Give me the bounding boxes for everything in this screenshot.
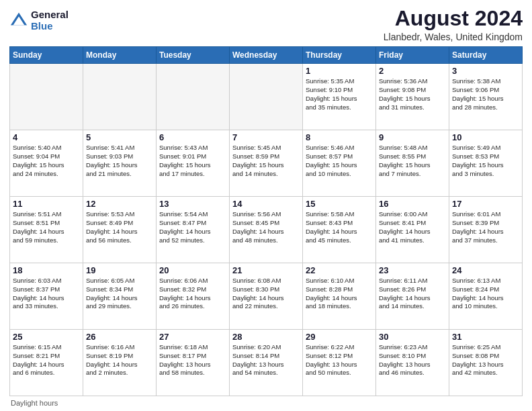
col-monday: Monday: [83, 47, 157, 64]
day-number: 6: [159, 132, 226, 142]
header: General Blue August 2024 Llanbedr, Wales…: [9, 7, 523, 42]
calendar-cell: 28Sunrise: 6:20 AM Sunset: 8:14 PM Dayli…: [230, 330, 303, 396]
day-number: 23: [379, 265, 446, 275]
calendar-cell: 12Sunrise: 5:53 AM Sunset: 8:49 PM Dayli…: [83, 197, 157, 263]
day-info: Sunrise: 6:16 AM Sunset: 8:19 PM Dayligh…: [86, 343, 153, 377]
calendar-cell: 2Sunrise: 5:36 AM Sunset: 9:08 PM Daylig…: [376, 64, 449, 130]
col-saturday: Saturday: [449, 47, 523, 64]
main-title: August 2024: [384, 7, 523, 30]
calendar-cell: 1Sunrise: 5:35 AM Sunset: 9:10 PM Daylig…: [303, 64, 376, 130]
day-info: Sunrise: 5:43 AM Sunset: 9:01 PM Dayligh…: [159, 144, 226, 178]
col-friday: Friday: [376, 47, 449, 64]
calendar-cell: 9Sunrise: 5:48 AM Sunset: 8:55 PM Daylig…: [376, 130, 449, 197]
day-info: Sunrise: 5:36 AM Sunset: 9:08 PM Dayligh…: [379, 77, 446, 111]
day-info: Sunrise: 6:00 AM Sunset: 8:41 PM Dayligh…: [379, 210, 446, 244]
day-info: Sunrise: 6:15 AM Sunset: 8:21 PM Dayligh…: [13, 343, 80, 377]
day-info: Sunrise: 5:35 AM Sunset: 9:10 PM Dayligh…: [306, 77, 373, 111]
day-info: Sunrise: 5:38 AM Sunset: 9:06 PM Dayligh…: [452, 77, 519, 111]
day-info: Sunrise: 6:18 AM Sunset: 8:17 PM Dayligh…: [159, 343, 226, 377]
calendar-cell: 31Sunrise: 6:25 AM Sunset: 8:08 PM Dayli…: [449, 330, 523, 396]
day-info: Sunrise: 6:22 AM Sunset: 8:12 PM Dayligh…: [306, 343, 373, 377]
calendar-cell: 11Sunrise: 5:51 AM Sunset: 8:51 PM Dayli…: [10, 197, 83, 263]
day-info: Sunrise: 5:58 AM Sunset: 8:43 PM Dayligh…: [306, 210, 373, 244]
calendar-cell: 20Sunrise: 6:06 AM Sunset: 8:32 PM Dayli…: [157, 263, 230, 330]
title-block: August 2024 Llanbedr, Wales, United King…: [384, 7, 523, 42]
day-info: Sunrise: 5:54 AM Sunset: 8:47 PM Dayligh…: [159, 210, 226, 244]
day-number: 4: [13, 132, 80, 142]
day-number: 3: [452, 66, 519, 76]
day-number: 26: [86, 332, 153, 342]
day-number: 10: [452, 132, 519, 142]
day-number: 7: [232, 132, 300, 142]
calendar-cell: 18Sunrise: 6:03 AM Sunset: 8:37 PM Dayli…: [10, 263, 83, 330]
day-number: 13: [159, 199, 226, 209]
day-info: Sunrise: 6:01 AM Sunset: 8:39 PM Dayligh…: [452, 210, 519, 244]
day-number: 28: [232, 332, 300, 342]
subtitle: Llanbedr, Wales, United Kingdom: [384, 32, 523, 42]
day-info: Sunrise: 5:40 AM Sunset: 9:04 PM Dayligh…: [13, 144, 80, 178]
week-row-1: 4Sunrise: 5:40 AM Sunset: 9:04 PM Daylig…: [10, 130, 523, 197]
page: General Blue August 2024 Llanbedr, Wales…: [0, 0, 532, 411]
calendar-cell: 30Sunrise: 6:23 AM Sunset: 8:10 PM Dayli…: [376, 330, 449, 396]
logo-general: General: [31, 9, 69, 21]
calendar-cell: 27Sunrise: 6:18 AM Sunset: 8:17 PM Dayli…: [157, 330, 230, 396]
day-number: 22: [306, 265, 373, 275]
day-info: Sunrise: 6:20 AM Sunset: 8:14 PM Dayligh…: [232, 343, 300, 377]
day-info: Sunrise: 6:23 AM Sunset: 8:10 PM Dayligh…: [379, 343, 446, 377]
day-info: Sunrise: 5:53 AM Sunset: 8:49 PM Dayligh…: [86, 210, 153, 244]
calendar-cell: 24Sunrise: 6:13 AM Sunset: 8:24 PM Dayli…: [449, 263, 523, 330]
calendar-cell: 5Sunrise: 5:41 AM Sunset: 9:03 PM Daylig…: [83, 130, 157, 197]
day-number: 30: [379, 332, 446, 342]
day-number: 9: [379, 132, 446, 142]
day-info: Sunrise: 5:41 AM Sunset: 9:03 PM Dayligh…: [86, 144, 153, 178]
calendar-cell: 6Sunrise: 5:43 AM Sunset: 9:01 PM Daylig…: [157, 130, 230, 197]
day-info: Sunrise: 5:51 AM Sunset: 8:51 PM Dayligh…: [13, 210, 80, 244]
calendar-cell: 23Sunrise: 6:11 AM Sunset: 8:26 PM Dayli…: [376, 263, 449, 330]
day-number: 20: [159, 265, 226, 275]
week-row-0: 1Sunrise: 5:35 AM Sunset: 9:10 PM Daylig…: [10, 64, 523, 130]
logo-icon: [9, 11, 28, 30]
day-number: 1: [306, 66, 373, 76]
day-info: Sunrise: 5:48 AM Sunset: 8:55 PM Dayligh…: [379, 144, 446, 178]
calendar-cell: 17Sunrise: 6:01 AM Sunset: 8:39 PM Dayli…: [449, 197, 523, 263]
logo-blue: Blue: [31, 21, 69, 32]
calendar-cell: [230, 64, 303, 130]
day-number: 12: [86, 199, 153, 209]
calendar-cell: [157, 64, 230, 130]
calendar-cell: 22Sunrise: 6:10 AM Sunset: 8:28 PM Dayli…: [303, 263, 376, 330]
calendar-cell: 3Sunrise: 5:38 AM Sunset: 9:06 PM Daylig…: [449, 64, 523, 130]
day-info: Sunrise: 6:11 AM Sunset: 8:26 PM Dayligh…: [379, 277, 446, 311]
calendar-cell: 4Sunrise: 5:40 AM Sunset: 9:04 PM Daylig…: [10, 130, 83, 197]
day-info: Sunrise: 6:10 AM Sunset: 8:28 PM Dayligh…: [306, 277, 373, 311]
day-number: 25: [13, 332, 80, 342]
col-tuesday: Tuesday: [157, 47, 230, 64]
logo: General Blue: [9, 9, 69, 32]
day-info: Sunrise: 6:06 AM Sunset: 8:32 PM Dayligh…: [159, 277, 226, 311]
day-number: 15: [306, 199, 373, 209]
col-wednesday: Wednesday: [230, 47, 303, 64]
day-number: 17: [452, 199, 519, 209]
col-sunday: Sunday: [10, 47, 83, 64]
day-info: Sunrise: 6:13 AM Sunset: 8:24 PM Dayligh…: [452, 277, 519, 311]
calendar-cell: [83, 64, 157, 130]
calendar-cell: 8Sunrise: 5:46 AM Sunset: 8:57 PM Daylig…: [303, 130, 376, 197]
day-number: 8: [306, 132, 373, 142]
day-number: 14: [232, 199, 300, 209]
calendar-cell: 10Sunrise: 5:49 AM Sunset: 8:53 PM Dayli…: [449, 130, 523, 197]
logo-text: General Blue: [31, 9, 69, 32]
day-number: 2: [379, 66, 446, 76]
calendar-cell: 13Sunrise: 5:54 AM Sunset: 8:47 PM Dayli…: [157, 197, 230, 263]
calendar-cell: 26Sunrise: 6:16 AM Sunset: 8:19 PM Dayli…: [83, 330, 157, 396]
calendar-table: Sunday Monday Tuesday Wednesday Thursday…: [9, 46, 523, 396]
day-number: 16: [379, 199, 446, 209]
calendar-cell: 25Sunrise: 6:15 AM Sunset: 8:21 PM Dayli…: [10, 330, 83, 396]
day-number: 29: [306, 332, 373, 342]
footer-note: Daylight hours: [9, 399, 523, 407]
calendar-cell: 29Sunrise: 6:22 AM Sunset: 8:12 PM Dayli…: [303, 330, 376, 396]
calendar-cell: 21Sunrise: 6:08 AM Sunset: 8:30 PM Dayli…: [230, 263, 303, 330]
day-number: 31: [452, 332, 519, 342]
day-info: Sunrise: 5:45 AM Sunset: 8:59 PM Dayligh…: [232, 144, 300, 178]
day-number: 18: [13, 265, 80, 275]
calendar-header-row: Sunday Monday Tuesday Wednesday Thursday…: [10, 47, 523, 64]
calendar-cell: 19Sunrise: 6:05 AM Sunset: 8:34 PM Dayli…: [83, 263, 157, 330]
